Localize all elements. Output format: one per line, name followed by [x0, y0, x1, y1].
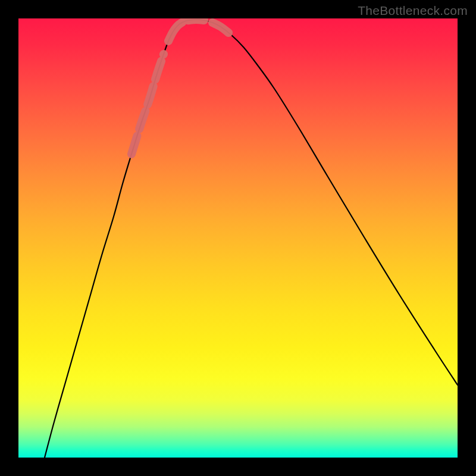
curve-svg: [18, 18, 458, 458]
highlight-dots-bottom: [168, 20, 204, 41]
highlight-dots-right: [212, 23, 231, 35]
chart-frame: TheBottleneck.com: [0, 0, 476, 476]
plot-area: [18, 18, 458, 458]
highlight-dots-left: [131, 54, 164, 154]
watermark-text: TheBottleneck.com: [358, 4, 468, 18]
bottleneck-curve: [45, 20, 458, 458]
